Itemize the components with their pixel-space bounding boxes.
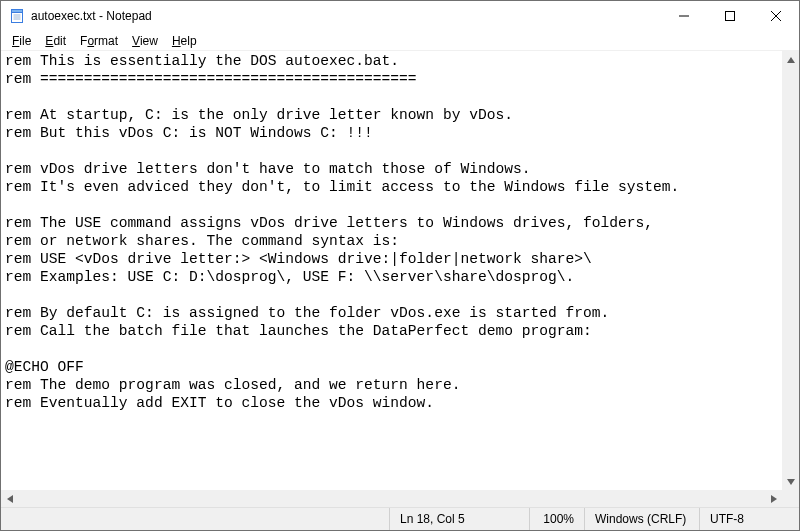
statusbar: Ln 18, Col 5 100% Windows (CRLF) UTF-8 (1, 507, 799, 530)
maximize-button[interactable] (707, 1, 753, 31)
svg-marker-11 (7, 495, 13, 503)
scroll-down-button[interactable] (782, 473, 799, 490)
scroll-right-button[interactable] (765, 490, 782, 507)
chevron-down-icon (787, 479, 795, 485)
window-title: autoexec.txt - Notepad (31, 9, 152, 23)
minimize-button[interactable] (661, 1, 707, 31)
status-zoom: 100% (529, 508, 584, 530)
maximize-icon (725, 11, 735, 21)
menu-format[interactable]: Format (73, 33, 125, 49)
scroll-up-button[interactable] (782, 51, 799, 68)
text-editor[interactable]: rem This is essentially the DOS autoexec… (1, 51, 782, 490)
titlebar[interactable]: autoexec.txt - Notepad (1, 1, 799, 31)
notepad-icon (9, 8, 25, 24)
svg-rect-1 (12, 10, 23, 13)
close-button[interactable] (753, 1, 799, 31)
close-icon (771, 11, 781, 21)
vertical-scrollbar[interactable] (782, 51, 799, 490)
minimize-icon (679, 11, 689, 21)
status-position: Ln 18, Col 5 (389, 508, 529, 530)
window-controls (661, 1, 799, 31)
editor-area: rem This is essentially the DOS autoexec… (1, 51, 799, 507)
svg-marker-12 (771, 495, 777, 503)
status-line-ending: Windows (CRLF) (584, 508, 699, 530)
scroll-left-button[interactable] (1, 490, 18, 507)
menubar: File Edit Format View Help (1, 31, 799, 51)
chevron-right-icon (771, 495, 777, 503)
notepad-window: autoexec.txt - Notepad File Edit Format … (0, 0, 800, 531)
menu-edit[interactable]: Edit (38, 33, 73, 49)
chevron-up-icon (787, 57, 795, 63)
svg-rect-6 (726, 12, 735, 21)
status-encoding: UTF-8 (699, 508, 799, 530)
scroll-corner (782, 490, 799, 507)
svg-marker-10 (787, 479, 795, 485)
menu-view[interactable]: View (125, 33, 165, 49)
svg-marker-9 (787, 57, 795, 63)
menu-help[interactable]: Help (165, 33, 204, 49)
menu-file[interactable]: File (5, 33, 38, 49)
chevron-left-icon (7, 495, 13, 503)
horizontal-scrollbar[interactable] (1, 490, 782, 507)
